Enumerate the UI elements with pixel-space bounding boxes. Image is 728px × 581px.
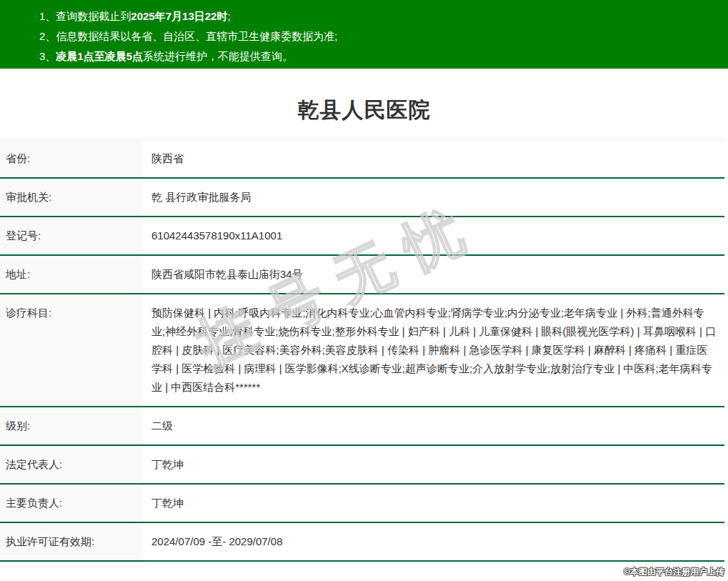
row-value: 二级 [143, 407, 724, 445]
row-label: 级别: [0, 407, 143, 445]
table-row-registration-number: 登记号: 61042443578190x11A1001 [0, 217, 724, 255]
notice-text: 查询数据截止到 [56, 10, 131, 22]
notice-number: 1、 [39, 10, 56, 22]
notice-number: 3、 [39, 50, 56, 62]
row-value: 陕西省咸阳市乾县泰山庙街34号 [143, 255, 724, 294]
row-label: 执业许可证有效期: [0, 522, 143, 561]
row-value: 丁乾坤 [143, 445, 724, 484]
table-row-approval-authority: 审批机关: 乾 县行政审批服务局 [0, 178, 724, 217]
notice-bold-text: 凌晨1点至凌晨5点 [56, 50, 143, 62]
notice-item-1: 1、查询数据截止到2025年7月13日22时; [39, 6, 714, 26]
hospital-info-table: 省份: 陕西省 审批机关: 乾 县行政审批服务局 登记号: 6104244357… [0, 139, 724, 562]
notice-item-2: 2、信息数据结果以各省、自治区、直辖市卫生健康委数据为准; [39, 26, 714, 46]
notice-text: 系统进行维护，不能提供查询。 [143, 50, 293, 62]
notice-text: 信息数据结果以各省、自治区、直辖市卫生健康委数据为准; [56, 30, 337, 42]
table-row-main-person-in-charge: 主要负责人: 丁乾坤 [0, 484, 724, 522]
table-row-legal-representative: 法定代表人: 丁乾坤 [0, 445, 724, 484]
table-row-level: 级别: 二级 [0, 407, 724, 445]
table-row-address: 地址: 陕西省咸阳市乾县泰山庙街34号 [0, 255, 724, 294]
row-value: 2024/07/09 -至- 2029/07/08 [143, 522, 724, 561]
row-value: 陕西省 [143, 140, 724, 179]
page-title: 乾县人民医院 [0, 96, 728, 125]
row-value: 预防保健科 | 内科;呼吸内科专业;消化内科专业;心血管内科专业;肾病学专业;内… [143, 294, 724, 407]
table-row-medical-subjects: 诊疗科目: 预防保健科 | 内科;呼吸内科专业;消化内科专业;心血管内科专业;肾… [0, 294, 724, 407]
row-label: 主要负责人: [0, 484, 143, 522]
row-label: 审批机关: [0, 178, 143, 217]
upload-note: ©本图由平台注册用户上传 [624, 566, 724, 578]
row-value: 丁乾坤 [143, 484, 724, 522]
row-value: 61042443578190x11A1001 [143, 217, 724, 255]
row-label: 诊疗科目: [0, 294, 143, 407]
notice-text: ; [227, 10, 230, 22]
notice-bold-text: 2025年7月13日22时 [131, 10, 227, 22]
notice-number: 2、 [39, 30, 56, 42]
notice-item-3: 3、凌晨1点至凌晨5点系统进行维护，不能提供查询。 [39, 46, 714, 66]
notice-banner: 1、查询数据截止到2025年7月13日22时; 2、信息数据结果以各省、自治区、… [0, 0, 728, 69]
row-value: 乾 县行政审批服务局 [143, 178, 724, 217]
row-label: 省份: [0, 140, 143, 179]
row-label: 登记号: [0, 217, 143, 255]
table-row-license-validity: 执业许可证有效期: 2024/07/09 -至- 2029/07/08 [0, 522, 724, 561]
row-label: 地址: [0, 255, 143, 294]
table-row-province: 省份: 陕西省 [0, 140, 724, 179]
row-label: 法定代表人: [0, 445, 143, 484]
